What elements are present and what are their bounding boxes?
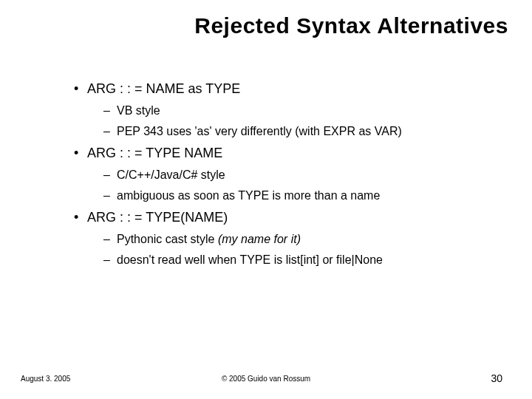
slide-content: •ARG : : = NAME as TYPE –VB style –PEP 3…	[74, 74, 502, 271]
dash-icon: –	[103, 233, 117, 246]
dash-icon: –	[103, 253, 117, 267]
sub-item: –ambiguous as soon as TYPE is more than …	[103, 189, 502, 202]
dash-icon: –	[103, 125, 117, 138]
footer: August 3. 2005 © 2005 Guido van Rossum 3…	[0, 368, 532, 383]
bullet-3-sub: –Pythonic cast style (my name for it) –d…	[103, 233, 502, 267]
dash-icon: –	[103, 104, 117, 117]
footer-copyright: © 2005 Guido van Rossum	[0, 375, 532, 383]
slide: Rejected Syntax Alternatives •ARG : : = …	[0, 0, 532, 399]
sub-item: –C/C++/Java/C# style	[103, 168, 502, 182]
bullet-2: •ARG : : = TYPE NAME	[74, 146, 502, 161]
sub-text: VB style	[117, 104, 160, 117]
bullet-1-text: ARG : : = NAME as TYPE	[87, 81, 240, 96]
bullet-1: •ARG : : = NAME as TYPE	[74, 81, 502, 97]
slide-title: Rejected Syntax Alternatives	[74, 13, 508, 38]
bullet-icon: •	[74, 146, 87, 161]
footer-page-number: 30	[491, 372, 502, 384]
sub-item: –doesn't read well when TYPE is list[int…	[103, 253, 502, 267]
sub-item: –VB style	[103, 104, 502, 117]
sub-text: Pythonic cast style	[117, 233, 218, 245]
dash-icon: –	[103, 168, 117, 182]
bullet-1-sub: –VB style –PEP 343 uses 'as' very differ…	[103, 104, 502, 138]
sub-text: C/C++/Java/C# style	[117, 168, 225, 181]
bullet-icon: •	[74, 210, 87, 225]
bullet-2-text: ARG : : = TYPE NAME	[87, 146, 222, 160]
sub-text: doesn't read well when TYPE is list[int]…	[117, 253, 383, 266]
sub-text: PEP 343 uses 'as' very differently (with…	[117, 125, 402, 137]
sub-text: ambiguous as soon as TYPE is more than a…	[117, 189, 380, 202]
sub-item: –PEP 343 uses 'as' very differently (wit…	[103, 125, 502, 138]
sub-text-italic: (my name for it)	[218, 233, 301, 245]
sub-item: –Pythonic cast style (my name for it)	[103, 233, 502, 246]
bullet-2-sub: –C/C++/Java/C# style –ambiguous as soon …	[103, 168, 502, 202]
bullet-3-text: ARG : : = TYPE(NAME)	[87, 210, 228, 225]
bullet-icon: •	[74, 81, 87, 97]
bullet-3: •ARG : : = TYPE(NAME)	[74, 210, 502, 225]
dash-icon: –	[103, 189, 117, 202]
